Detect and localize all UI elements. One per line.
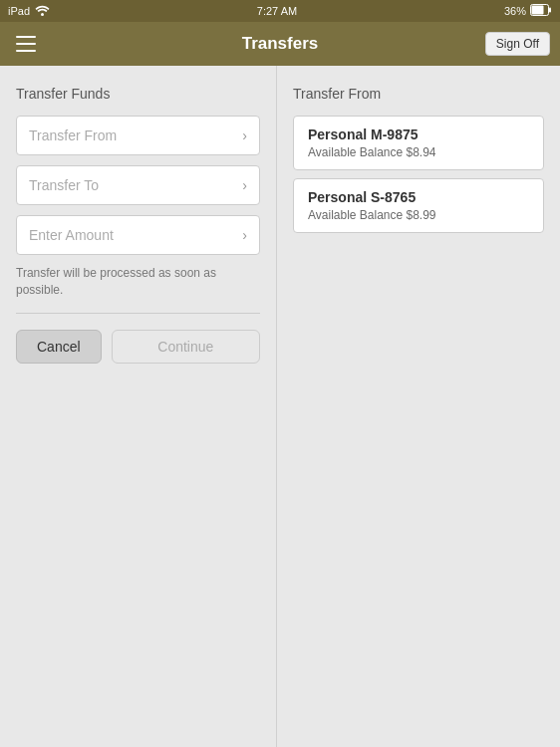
account-name-1: Personal S-8765 [308, 189, 529, 205]
main-content: Transfer Funds Transfer From › Transfer … [0, 66, 560, 747]
account-balance-1: Available Balance $8.99 [308, 208, 529, 222]
page-title: Transfers [242, 34, 319, 54]
wifi-icon [35, 5, 50, 18]
enter-amount-label: Enter Amount [29, 227, 114, 243]
hamburger-button[interactable] [10, 28, 42, 60]
account-card-0[interactable]: Personal M-9875 Available Balance $8.94 [293, 116, 544, 170]
transfer-to-field[interactable]: Transfer To › [16, 165, 260, 205]
button-row: Cancel Continue [16, 330, 260, 364]
left-panel: Transfer Funds Transfer From › Transfer … [0, 66, 277, 747]
svg-point-0 [41, 13, 44, 16]
nav-bar: Transfers Sign Off [0, 22, 560, 66]
account-name-0: Personal M-9875 [308, 126, 529, 142]
battery-icon [530, 4, 552, 18]
svg-rect-3 [531, 6, 543, 15]
sign-off-button[interactable]: Sign Off [485, 32, 550, 56]
status-bar-left: iPad [8, 5, 50, 18]
right-panel: Transfer From Personal M-9875 Available … [277, 66, 560, 747]
transfer-to-chevron-icon: › [242, 177, 247, 193]
enter-amount-field[interactable]: Enter Amount › [16, 215, 260, 255]
transfer-to-label: Transfer To [29, 177, 99, 193]
svg-rect-2 [549, 8, 551, 13]
status-bar: iPad 7:27 AM 36% [0, 0, 560, 22]
account-card-1[interactable]: Personal S-8765 Available Balance $8.99 [293, 178, 544, 233]
divider [16, 313, 260, 314]
continue-button[interactable]: Continue [112, 330, 260, 364]
device-label: iPad [8, 5, 30, 17]
transfer-from-label: Transfer From [29, 127, 117, 143]
transfer-from-field[interactable]: Transfer From › [16, 116, 260, 155]
enter-amount-chevron-icon: › [242, 227, 247, 243]
notice-text: Transfer will be processed as soon as po… [16, 265, 260, 299]
hamburger-line-3 [16, 50, 36, 52]
cancel-button[interactable]: Cancel [16, 330, 102, 364]
left-panel-title: Transfer Funds [16, 86, 260, 102]
status-bar-right: 36% [504, 4, 552, 18]
battery-percent: 36% [504, 5, 526, 17]
hamburger-line-2 [16, 43, 36, 45]
hamburger-line-1 [16, 36, 36, 38]
account-balance-0: Available Balance $8.94 [308, 145, 529, 159]
transfer-from-chevron-icon: › [242, 127, 247, 143]
right-panel-title: Transfer From [293, 86, 544, 102]
time-label: 7:27 AM [257, 5, 297, 17]
